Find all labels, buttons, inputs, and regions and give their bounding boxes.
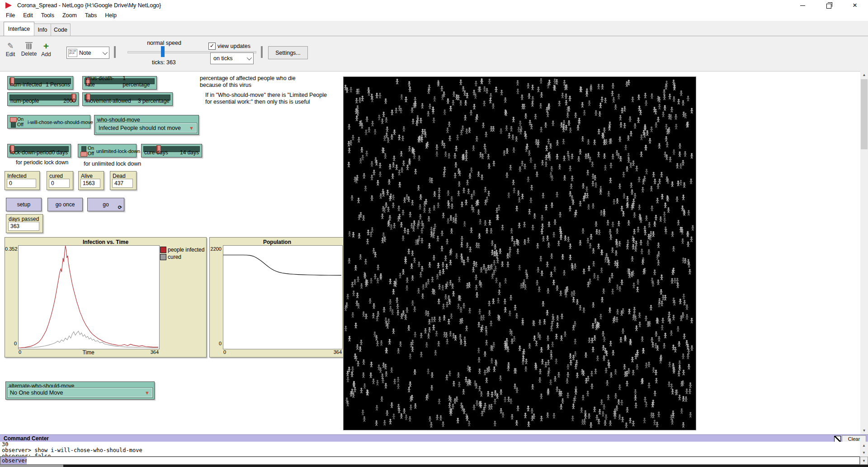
add-label: Add <box>41 51 51 57</box>
chooser-value-dropdown[interactable]: Infected People should not move ▼ <box>96 123 197 133</box>
go-forever-button[interactable]: go ⟳ <box>87 198 124 211</box>
scroll-up-arrow[interactable]: ▲ <box>860 442 868 449</box>
note-death-rate: percentage of affected people who die be… <box>200 75 296 89</box>
netlogo-logo-icon <box>5 2 12 9</box>
switch-unlimited-lock-down[interactable]: OnOff unlimited-lock-down <box>78 144 137 157</box>
chevron-down-icon <box>247 55 252 60</box>
view-updates-checkbox[interactable]: ✓ <box>208 43 216 50</box>
speed-slider-handle[interactable] <box>161 46 165 57</box>
delete-widget-button[interactable]: Delete <box>20 43 38 57</box>
window-edge <box>0 465 63 467</box>
switch-handle[interactable] <box>10 117 17 122</box>
monitor-label: Dead <box>113 173 126 179</box>
command-output[interactable]: 30 observer> show i-will-chose-who-shoul… <box>0 442 860 457</box>
plot-population: Population 2200 0 0 364 <box>209 237 345 357</box>
switch-i-will-chose-who-should-move[interactable]: OnOff i-will-chose-who-should-move <box>7 115 90 129</box>
plot-title: Population <box>210 239 344 245</box>
world-view[interactable] <box>343 76 696 430</box>
pencil-icon: ✎ <box>7 43 14 50</box>
plus-icon: + <box>43 43 49 50</box>
interface-scrollbar[interactable]: ▲ ▼ <box>860 71 868 434</box>
view-updates-label: view updates <box>217 43 250 49</box>
chooser-value: No One should Move <box>10 390 63 396</box>
plot-canvas <box>18 245 160 349</box>
x-axis-max: 364 <box>330 349 342 355</box>
dropdown-triangle-icon: ▼ <box>189 125 194 131</box>
slider-num-people: num-people2000 <box>7 92 79 106</box>
output-scrollbar[interactable]: ▲ ▼ <box>860 442 868 457</box>
minimize-button[interactable] <box>789 0 816 11</box>
output-line: observer> show i-will-chose-who-should-m… <box>2 448 860 453</box>
slider-value: 1 Persons <box>46 81 70 88</box>
switch-track <box>81 146 86 157</box>
scroll-up-arrow[interactable]: ▲ <box>860 71 868 79</box>
scroll-down-arrow[interactable]: ▼ <box>860 449 868 456</box>
chooser-alternate-who-should-move: alternate-who-should-move No One should … <box>5 381 155 400</box>
add-widget-button[interactable]: + Add <box>40 43 52 57</box>
menu-item-edit[interactable]: Edit <box>19 12 37 19</box>
plot-lines <box>223 246 341 348</box>
x-axis-max: 364 <box>147 349 159 355</box>
menubar: File Edit Tools Zoom Tabs Help <box>0 11 868 20</box>
button-label: setup <box>17 201 30 208</box>
slider-label: cure-days <box>144 149 168 156</box>
monitor-value: 363 <box>8 222 39 231</box>
setup-button[interactable]: setup <box>6 198 42 211</box>
button-label: go once <box>56 201 75 208</box>
person-figures <box>344 77 696 430</box>
chooser-value-dropdown[interactable]: No One should Move ▼ <box>8 388 152 397</box>
ticks-counter: ticks: 363 <box>152 59 176 66</box>
scroll-down-arrow[interactable]: ▼ <box>860 427 868 434</box>
slider-value: 3 percentage <box>138 98 170 104</box>
tab-info[interactable]: Info <box>34 24 51 36</box>
titlebar: Corona_Spread - NetLogo {H:\Google Drive… <box>0 0 868 11</box>
scrollbar-thumb[interactable] <box>861 79 868 149</box>
restore-button[interactable] <box>816 0 842 11</box>
go-once-button[interactable]: go once <box>47 198 83 211</box>
widget-type-dropdown[interactable]: Abc defghi jkl Note <box>66 47 109 59</box>
button-label: go <box>103 201 108 208</box>
history-dropdown-button[interactable]: ▼ <box>860 457 868 465</box>
toolbar-separator <box>114 46 116 58</box>
switch-label: unlimited-lock-down <box>96 148 140 154</box>
slider-label: movement-allowed <box>85 98 131 104</box>
edit-label: Edit <box>6 51 15 57</box>
legend-label: people infected <box>168 247 204 253</box>
menu-item-tools[interactable]: Tools <box>37 12 58 19</box>
monitor-label: Infected <box>7 173 27 179</box>
observer-prompt: observer> <box>0 457 27 464</box>
monitor-value: 0 <box>49 179 70 188</box>
trash-icon <box>26 43 32 49</box>
tab-interface[interactable]: Interface <box>4 22 34 36</box>
command-center-title: Command Center <box>4 435 49 442</box>
command-input[interactable] <box>27 457 859 464</box>
menu-item-tabs[interactable]: Tabs <box>81 12 101 19</box>
tab-code[interactable]: Code <box>51 24 71 36</box>
update-mode-dropdown[interactable]: on ticks <box>210 52 254 64</box>
chooser-value: Infected People should not move <box>99 125 181 131</box>
close-button[interactable]: × <box>842 0 868 11</box>
command-center-header: Command Center Clear <box>0 434 868 442</box>
speed-slider-label: normal speed <box>136 40 193 46</box>
monitor-label: Alive <box>81 173 93 179</box>
settings-button[interactable]: Settings... <box>268 46 308 59</box>
edit-widget-button[interactable]: ✎ Edit <box>4 43 17 57</box>
forever-icon: ⟳ <box>118 205 122 210</box>
update-mode-value: on ticks <box>213 55 232 62</box>
restore-icon <box>826 4 831 9</box>
menu-item-help[interactable]: Help <box>101 12 121 19</box>
switch-track <box>11 117 16 128</box>
x-axis-label: Time <box>18 349 159 356</box>
switch-handle[interactable] <box>80 152 87 157</box>
x-axis-min: 0 <box>223 349 226 355</box>
detach-icon[interactable] <box>834 436 841 442</box>
slider-value: 1 percentage <box>123 75 154 88</box>
legend-swatch-gray <box>160 254 166 260</box>
command-input-row: observer> <box>0 457 860 465</box>
netlogo-window: Corona_Spread - NetLogo {H:\Google Drive… <box>0 0 868 467</box>
menu-item-zoom[interactable]: Zoom <box>58 12 81 19</box>
plot-title: Infection vs. Time <box>5 239 206 245</box>
menu-item-file[interactable]: File <box>2 12 19 19</box>
monitor-value: 0 <box>7 179 36 188</box>
monitor-value: 437 <box>112 179 133 188</box>
